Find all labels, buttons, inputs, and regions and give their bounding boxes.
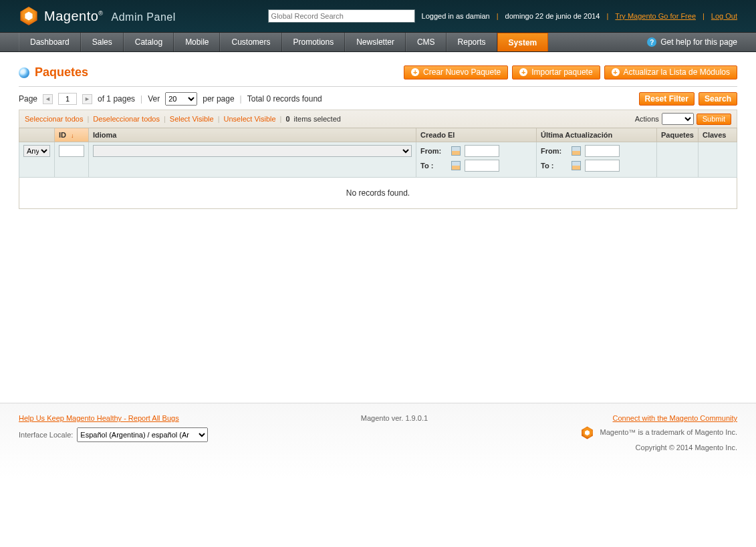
page-prev-button[interactable]: ◄ [43, 94, 53, 104]
actual-to-input[interactable] [585, 160, 620, 172]
actual-from-label: From: [541, 147, 568, 155]
calendar-icon[interactable] [572, 146, 581, 156]
filter-paquetes [657, 142, 699, 178]
logged-in-text: Logged in as damian [422, 12, 490, 20]
actions-label: Actions [635, 115, 659, 123]
refresh-modules-button[interactable]: + Actualizar la Lista de Módulos [604, 65, 737, 79]
trademark-text: Magento™ is a trademark of Magento Inc. [600, 428, 737, 436]
calendar-icon[interactable] [451, 161, 461, 170]
magento-logo-icon [581, 426, 594, 439]
pager-bar: Page ◄ ► of 1 pages | Ver 20 per page | … [19, 92, 737, 106]
community-link[interactable]: Connect with the Magento Community [613, 414, 737, 422]
unselect-visible-link[interactable]: Unselect Visible [224, 115, 276, 123]
header-user-area: Logged in as damian | domingo 22 de juni… [422, 12, 737, 20]
packages-grid: ID ↓ Idioma Creado El Última Actualizaci… [19, 128, 737, 178]
per-page-select[interactable]: 20 [165, 92, 197, 106]
nav-reports[interactable]: Reports [447, 33, 497, 51]
calendar-icon[interactable] [451, 146, 461, 156]
plus-icon: + [519, 68, 527, 76]
nav-system[interactable]: System [497, 33, 549, 51]
actions-select[interactable] [662, 113, 694, 125]
current-date: domingo 22 de junio de 2014 [505, 12, 600, 20]
brand-name: Magento® Admin Panel [44, 9, 176, 24]
filter-id-input[interactable] [59, 145, 84, 157]
filter-claves [699, 142, 737, 178]
header-bar: Magento® Admin Panel Global Record Searc… [0, 0, 756, 32]
col-id[interactable]: ID ↓ [55, 128, 89, 142]
globe-icon [19, 67, 29, 78]
page-label: Page [19, 94, 37, 104]
create-package-button[interactable]: + Crear Nuevo Paquete [404, 65, 508, 79]
calendar-icon[interactable] [572, 161, 581, 170]
report-bugs-link[interactable]: Help Us Keep Magento Healthy - Report Al… [19, 414, 179, 422]
divider [19, 86, 737, 87]
page-title: Paquetes [35, 65, 88, 79]
brand-subtitle: Admin Panel [112, 11, 176, 23]
plus-icon: + [411, 68, 419, 76]
creado-from-input[interactable] [465, 145, 499, 157]
per-page-label: per page [203, 94, 234, 104]
creado-from-label: From: [420, 147, 447, 155]
col-checkbox[interactable] [19, 128, 55, 142]
nav-sales[interactable]: Sales [81, 33, 124, 51]
brand-text: Magento [44, 9, 98, 23]
total-records-text: Total 0 records found [247, 94, 322, 104]
actual-to-label: To : [541, 162, 568, 170]
creado-to-label: To : [420, 162, 447, 170]
select-visible-link[interactable]: Select Visible [170, 115, 214, 123]
filter-idioma-select[interactable] [93, 145, 412, 157]
locale-select[interactable]: Español (Argentina) / español (Ar [77, 427, 208, 442]
nav-promotions[interactable]: Promotions [282, 33, 346, 51]
main-nav: Dashboard Sales Catalog Mobile Customers… [0, 32, 756, 52]
total-pages-text: of 1 pages [98, 94, 135, 104]
nav-newsletter[interactable]: Newsletter [345, 33, 406, 51]
nav-help[interactable]: ? Get help for this page [548, 33, 737, 51]
unselect-all-link[interactable]: Deseleccionar todos [93, 115, 160, 123]
actual-from-input[interactable] [585, 145, 620, 157]
page-next-button[interactable]: ► [82, 94, 92, 104]
nav-mobile[interactable]: Mobile [174, 33, 220, 51]
page-number-input[interactable] [58, 93, 77, 105]
reg-mark: ® [98, 10, 103, 17]
version-text: Magento ver. 1.9.0.1 [208, 414, 580, 422]
nav-cms[interactable]: CMS [406, 33, 447, 51]
creado-to-input[interactable] [465, 160, 499, 172]
view-label: Ver [148, 94, 160, 104]
help-label: Get help for this page [660, 37, 737, 47]
help-icon: ? [647, 37, 656, 47]
magento-logo-icon [19, 6, 39, 26]
col-creado[interactable]: Creado El [416, 128, 537, 142]
submit-button[interactable]: Submit [697, 114, 731, 125]
filter-any-select[interactable]: Any [23, 145, 50, 157]
items-selected-count: 0 [285, 115, 289, 123]
sort-desc-icon: ↓ [71, 132, 74, 139]
global-search-input[interactable]: Global Record Search [268, 9, 415, 23]
locale-label: Interface Locale: [19, 431, 73, 439]
try-go-link[interactable]: Try Magento Go for Free [615, 12, 696, 20]
import-package-button[interactable]: + Importar paquete [512, 65, 600, 79]
footer: Help Us Keep Magento Healthy - Report Al… [0, 403, 756, 478]
plus-icon: + [612, 68, 620, 76]
col-actualizacion[interactable]: Última Actualización [537, 128, 657, 142]
nav-dashboard[interactable]: Dashboard [19, 33, 81, 51]
copyright-text: Copyright © 2014 Magento Inc. [581, 443, 738, 451]
col-idioma[interactable]: Idioma [89, 128, 416, 142]
mass-action-bar: Seleccionar todos | Deseleccionar todos … [19, 110, 737, 128]
col-claves[interactable]: Claves [699, 128, 737, 142]
no-records-row: No records found. [19, 178, 737, 209]
reset-filter-button[interactable]: Reset Filter [639, 92, 695, 106]
nav-customers[interactable]: Customers [220, 33, 281, 51]
select-all-link[interactable]: Seleccionar todos [25, 115, 83, 123]
search-button[interactable]: Search [699, 92, 737, 106]
col-paquetes[interactable]: Paquetes [657, 128, 699, 142]
logo: Magento® Admin Panel [19, 6, 176, 26]
items-selected-label: items selected [294, 115, 341, 123]
logout-link[interactable]: Log Out [711, 12, 737, 20]
nav-catalog[interactable]: Catalog [124, 33, 174, 51]
